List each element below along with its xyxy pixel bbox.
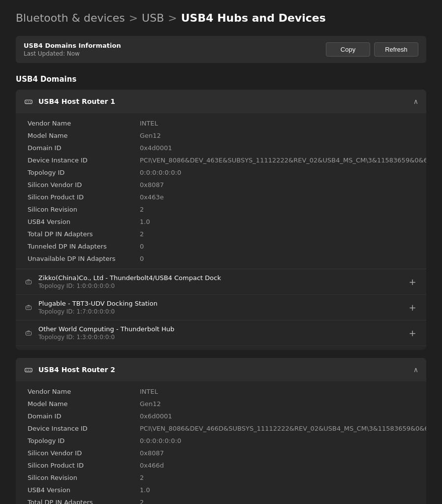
info-label: Vendor Name bbox=[28, 120, 136, 127]
breadcrumb-part1[interactable]: Bluetooth & devices bbox=[16, 12, 125, 24]
info-value: 0:0:0:0:0:0:0 bbox=[140, 169, 414, 176]
info-row: Vendor Name INTEL bbox=[16, 385, 426, 398]
device-item-left: Other World Computing - Thunderbolt Hub … bbox=[24, 325, 174, 341]
device-info: Other World Computing - Thunderbolt Hub … bbox=[38, 325, 174, 341]
router-header-left: USB4 Host Router 2 bbox=[24, 365, 115, 375]
copy-button[interactable]: Copy bbox=[326, 42, 370, 57]
info-value: 0x8087 bbox=[140, 449, 414, 457]
info-row: USB4 Version 1.0 bbox=[16, 216, 426, 228]
svg-rect-16 bbox=[30, 370, 31, 371]
info-value: 2 bbox=[140, 474, 414, 481]
device-icon bbox=[24, 328, 33, 338]
device-item-left: Plugable - TBT3-UDV Docking Station Topo… bbox=[24, 300, 158, 315]
info-value: PCI\VEN_8086&DEV_463E&SUBSYS_11112222&RE… bbox=[140, 157, 426, 164]
info-row: Silicon Product ID 0x466d bbox=[16, 459, 426, 472]
info-label: Unavailable DP IN Adapters bbox=[28, 255, 136, 262]
router-header-router1[interactable]: USB4 Host Router 1 ∧ bbox=[16, 90, 426, 113]
info-row: Total DP IN Adapters 2 bbox=[16, 228, 426, 240]
router-header-router2[interactable]: USB4 Host Router 2 ∧ bbox=[16, 358, 426, 381]
info-value: 0:0:0:0:0:0:0 bbox=[140, 437, 414, 444]
device-item: Zikko(China)Co., Ltd - Thunderbolt4/USB4… bbox=[16, 269, 426, 295]
router-icon bbox=[24, 365, 33, 375]
router-body-router2: Vendor Name INTEL Model Name Gen12 Domai… bbox=[16, 381, 426, 504]
info-row: Vendor Name INTEL bbox=[16, 117, 426, 129]
info-label: Silicon Product ID bbox=[28, 462, 136, 469]
info-bar-buttons: Copy Refresh bbox=[326, 42, 418, 57]
svg-rect-14 bbox=[27, 370, 28, 371]
info-value: 0x4d0001 bbox=[140, 144, 414, 152]
device-item-left: Zikko(China)Co., Ltd - Thunderbolt4/USB4… bbox=[24, 274, 221, 289]
info-bar-left: USB4 Domains Information Last Updated: N… bbox=[24, 42, 121, 57]
routers-container: USB4 Host Router 1 ∧ Vendor Name INTEL M… bbox=[16, 90, 426, 504]
device-topology: Topology ID: 1:0:0:0:0:0:0 bbox=[38, 283, 221, 289]
info-row: Model Name Gen12 bbox=[16, 129, 426, 142]
info-label: Model Name bbox=[28, 132, 136, 139]
breadcrumb-part3: USB4 Hubs and Devices bbox=[181, 12, 326, 24]
info-row: Model Name Gen12 bbox=[16, 398, 426, 410]
expand-device-button[interactable]: + bbox=[407, 276, 418, 288]
breadcrumb-part2[interactable]: USB bbox=[142, 12, 164, 24]
info-value: 0 bbox=[140, 255, 414, 262]
chevron-up-icon: ∧ bbox=[413, 97, 418, 105]
section-title: USB4 Domains bbox=[16, 75, 426, 84]
svg-rect-3 bbox=[30, 101, 31, 102]
info-row: Topology ID 0:0:0:0:0:0:0 bbox=[16, 166, 426, 179]
info-bar-title: USB4 Domains Information bbox=[24, 42, 121, 49]
breadcrumb-sep1: > bbox=[129, 12, 138, 24]
info-value: Gen12 bbox=[140, 132, 414, 139]
info-row: Device Instance ID PCI\VEN_8086&DEV_466D… bbox=[16, 422, 426, 435]
svg-rect-5 bbox=[27, 282, 28, 283]
info-row: Silicon Revision 2 bbox=[16, 472, 426, 484]
device-topology: Topology ID: 1:3:0:0:0:0:0 bbox=[38, 334, 174, 341]
device-topology: Topology ID: 1:7:0:0:0:0:0 bbox=[38, 308, 158, 315]
info-label: Total DP IN Adapters bbox=[28, 230, 136, 238]
info-value: 0x463e bbox=[140, 193, 414, 201]
router-header-left: USB4 Host Router 1 bbox=[24, 96, 115, 106]
device-icon bbox=[24, 277, 33, 287]
svg-rect-8 bbox=[27, 307, 28, 308]
info-row: Domain ID 0x6d0001 bbox=[16, 410, 426, 422]
info-value: 0 bbox=[140, 243, 414, 250]
info-row: Tunneled DP IN Adapters 0 bbox=[16, 240, 426, 252]
info-value: 2 bbox=[140, 230, 414, 238]
info-value: INTEL bbox=[140, 388, 414, 395]
router-body-router1: Vendor Name INTEL Model Name Gen12 Domai… bbox=[16, 113, 426, 350]
info-label: Tunneled DP IN Adapters bbox=[28, 243, 136, 250]
device-name: Plugable - TBT3-UDV Docking Station bbox=[38, 300, 158, 307]
breadcrumb-sep2: > bbox=[168, 12, 177, 24]
device-icon bbox=[24, 303, 33, 313]
info-label: Silicon Revision bbox=[28, 206, 136, 213]
info-row: Unavailable DP IN Adapters 0 bbox=[16, 252, 426, 265]
info-label: Device Instance ID bbox=[28, 157, 136, 164]
info-label: Model Name bbox=[28, 400, 136, 408]
svg-rect-2 bbox=[28, 101, 29, 102]
device-list: Zikko(China)Co., Ltd - Thunderbolt4/USB4… bbox=[16, 269, 426, 346]
svg-rect-6 bbox=[29, 282, 30, 283]
info-label: Topology ID bbox=[28, 169, 136, 176]
router-icon bbox=[24, 96, 33, 106]
device-info: Zikko(China)Co., Ltd - Thunderbolt4/USB4… bbox=[38, 274, 221, 289]
device-name: Zikko(China)Co., Ltd - Thunderbolt4/USB4… bbox=[38, 274, 221, 282]
info-row: USB4 Version 1.0 bbox=[16, 484, 426, 496]
router-title: USB4 Host Router 1 bbox=[38, 97, 115, 105]
svg-rect-1 bbox=[27, 101, 28, 102]
chevron-up-icon: ∧ bbox=[413, 366, 418, 374]
router-block-router2: USB4 Host Router 2 ∧ Vendor Name INTEL M… bbox=[16, 358, 426, 504]
router-block-router1: USB4 Host Router 1 ∧ Vendor Name INTEL M… bbox=[16, 90, 426, 350]
info-row: Device Instance ID PCI\VEN_8086&DEV_463E… bbox=[16, 154, 426, 166]
info-label: Domain ID bbox=[28, 412, 136, 420]
svg-rect-9 bbox=[29, 307, 30, 308]
info-label: USB4 Version bbox=[28, 218, 136, 225]
info-value: 0x466d bbox=[140, 462, 414, 469]
svg-rect-15 bbox=[28, 370, 29, 371]
refresh-button[interactable]: Refresh bbox=[374, 42, 418, 57]
expand-device-button[interactable]: + bbox=[407, 302, 418, 314]
info-label: Silicon Vendor ID bbox=[28, 449, 136, 457]
info-value: 0x8087 bbox=[140, 181, 414, 189]
device-item: Other World Computing - Thunderbolt Hub … bbox=[16, 320, 426, 346]
info-label: Silicon Product ID bbox=[28, 193, 136, 201]
info-row: Domain ID 0x4d0001 bbox=[16, 142, 426, 154]
expand-device-button[interactable]: + bbox=[407, 327, 418, 339]
info-label: Domain ID bbox=[28, 144, 136, 152]
info-value: 2 bbox=[140, 206, 414, 213]
